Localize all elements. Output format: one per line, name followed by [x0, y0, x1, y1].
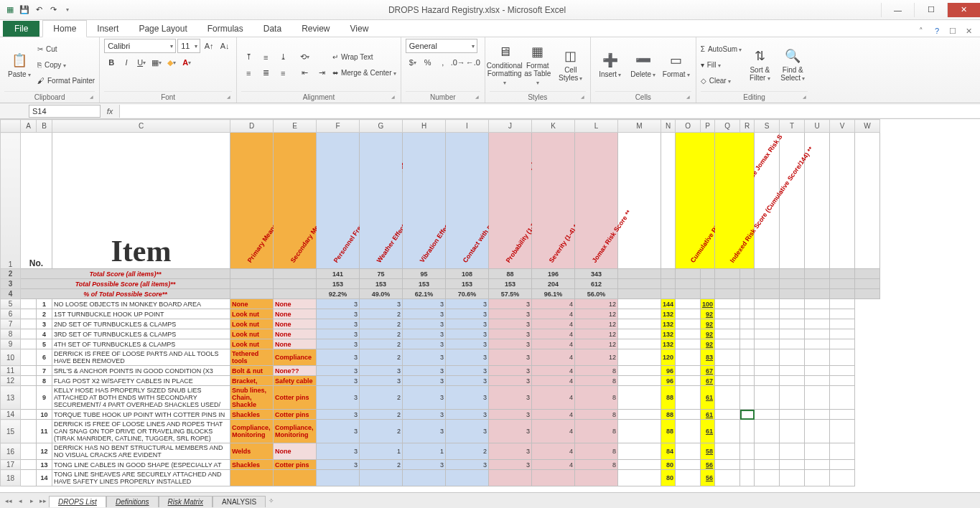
cell[interactable] [780, 410, 805, 420]
cell[interactable] [780, 289, 805, 299]
column-header[interactable]: A [21, 120, 37, 133]
cell[interactable]: 153 [446, 279, 489, 289]
row-header[interactable]: 11 [1, 366, 21, 376]
cell[interactable]: NO LOOSE OBJECTS IN MONKEY BOARD AREA [52, 299, 230, 309]
column-header[interactable]: S [755, 120, 780, 133]
cell[interactable]: 3 [446, 319, 489, 329]
row-header[interactable]: 7 [1, 319, 21, 329]
cell[interactable]: 144 [661, 299, 676, 309]
cell[interactable] [21, 319, 37, 329]
cell[interactable]: 56 [701, 460, 715, 470]
cell[interactable]: 4 [532, 299, 575, 309]
cell[interactable]: 2 [360, 329, 403, 339]
cell[interactable] [740, 460, 755, 470]
cell[interactable]: 153 [489, 279, 532, 289]
cell[interactable] [755, 269, 780, 279]
cell[interactable] [618, 386, 661, 410]
row-header[interactable]: 12 [1, 376, 21, 386]
sheet-tab-analysis[interactable]: ANALYSIS [213, 496, 266, 507]
cell[interactable] [740, 349, 755, 366]
cell[interactable]: 612 [575, 279, 618, 289]
cell[interactable]: 4 [37, 329, 52, 339]
cell[interactable]: 8 [575, 420, 618, 443]
cell[interactable] [780, 460, 805, 470]
cell[interactable]: 67 [701, 366, 715, 376]
cell[interactable] [701, 289, 715, 299]
cell[interactable]: Welds [230, 443, 274, 460]
cell[interactable] [780, 329, 805, 339]
cell[interactable] [805, 309, 830, 319]
clear-button[interactable]: ◇Clear [701, 74, 742, 88]
cell[interactable]: 3 [403, 386, 446, 410]
cell[interactable]: 3 [446, 339, 489, 349]
cell[interactable] [21, 329, 37, 339]
sheet-tab-risk-matrix[interactable]: Risk Matrix [159, 496, 213, 507]
cell[interactable]: 2 [360, 339, 403, 349]
cell[interactable] [755, 339, 780, 349]
format-as-table-button[interactable]: ▦Format as Table [523, 42, 553, 89]
row-header[interactable]: 14 [1, 410, 21, 420]
cell[interactable] [755, 279, 780, 289]
cell[interactable]: 56 [701, 470, 715, 486]
column-header[interactable]: J [489, 120, 532, 133]
cell[interactable]: 67 [701, 376, 715, 386]
cell[interactable]: 153 [360, 279, 403, 289]
column-header[interactable]: K [532, 120, 575, 133]
cell[interactable]: 3 [489, 420, 532, 443]
cell[interactable]: SRL'S & ANCHOR POINTS IN GOOD CONDITION … [52, 366, 230, 376]
cell[interactable]: 4 [532, 309, 575, 319]
cell[interactable] [715, 269, 740, 279]
cell[interactable] [618, 309, 661, 319]
delete-button[interactable]: ➖Delete [628, 42, 658, 89]
cell[interactable]: Total Score (all items)** [21, 269, 230, 279]
cell[interactable] [715, 386, 740, 410]
cell[interactable] [661, 279, 676, 289]
cell[interactable]: 1 [37, 299, 52, 309]
cell[interactable] [532, 470, 575, 486]
cell[interactable] [230, 279, 274, 289]
cell[interactable]: 62.1% [403, 289, 446, 299]
cell[interactable]: 2ND SET OF TURNBUCKLES & CLAMPS [52, 319, 230, 329]
cell[interactable] [805, 299, 830, 309]
cell[interactable]: 8 [575, 443, 618, 460]
cell[interactable]: 3 [360, 366, 403, 376]
cell[interactable] [274, 269, 317, 279]
cell[interactable] [780, 349, 805, 366]
cell[interactable] [740, 420, 755, 443]
cell[interactable]: Look nut [230, 319, 274, 329]
cell[interactable] [676, 289, 701, 299]
fx-icon[interactable]: fx [103, 107, 116, 116]
cell[interactable] [21, 460, 37, 470]
cell[interactable] [715, 349, 740, 366]
row-header[interactable]: 1 [1, 133, 21, 269]
cell[interactable]: 132 [661, 319, 676, 329]
cell[interactable]: 3 [37, 319, 52, 329]
column-header[interactable]: D [230, 120, 274, 133]
cell[interactable]: 92 [701, 309, 715, 319]
bold-button[interactable]: B [104, 55, 118, 70]
cell[interactable] [676, 329, 701, 339]
cell[interactable]: 3 [317, 319, 360, 329]
cell[interactable]: 3 [360, 299, 403, 309]
column-header[interactable]: F [317, 120, 360, 133]
cell[interactable]: 3 [489, 299, 532, 309]
border-button[interactable]: ▦ [149, 55, 164, 70]
cell[interactable] [805, 279, 830, 289]
cell[interactable] [830, 366, 855, 376]
cell[interactable] [855, 289, 880, 299]
column-header[interactable]: R [740, 120, 755, 133]
cell[interactable]: 132 [661, 309, 676, 319]
cell[interactable] [21, 309, 37, 319]
cell[interactable] [755, 349, 780, 366]
row-header[interactable]: 10 [1, 349, 21, 366]
tab-nav-last-icon[interactable]: ▸▸ [37, 497, 49, 504]
cell[interactable]: 12 [575, 349, 618, 366]
cell[interactable]: 108 [446, 269, 489, 279]
cell[interactable]: 3 [446, 410, 489, 420]
indent-inc-icon[interactable]: ⇥ [315, 66, 330, 80]
cell[interactable] [855, 279, 880, 289]
cell[interactable]: 8 [37, 376, 52, 386]
cell[interactable] [830, 460, 855, 470]
cell[interactable]: 57.5% [489, 289, 532, 299]
column-header[interactable]: E [274, 120, 317, 133]
